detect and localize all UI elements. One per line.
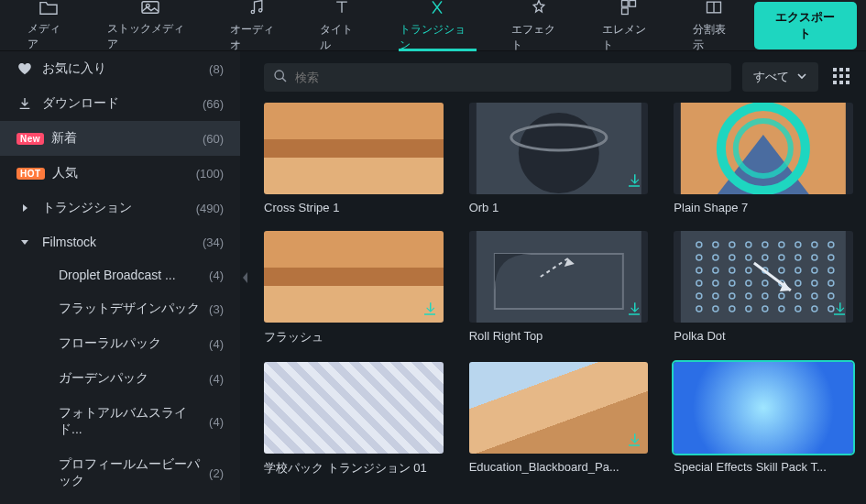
- card-title: Orb 1: [469, 201, 649, 214]
- transition-grid: Cross Stripe 1Orb 1Plain Shape 7フラッシュRol…: [251, 103, 866, 504]
- sidebar-item-count: (2): [209, 466, 224, 480]
- sidebar-subitem[interactable]: Droplet Broadcast ...(4): [0, 258, 240, 291]
- download-icon: [626, 301, 642, 317]
- transition-card[interactable]: Plain Shape 7: [674, 103, 853, 214]
- toolbar: すべて: [251, 51, 866, 103]
- nav-element[interactable]: エレメント: [584, 0, 674, 51]
- sidebar-item-count: (4): [209, 337, 224, 351]
- audio-icon: [247, 0, 266, 22]
- download-icon: [626, 172, 642, 189]
- svg-point-2: [251, 10, 254, 13]
- transition-card[interactable]: Roll Right Top: [469, 231, 649, 345]
- sidebar: お気に入り(8)ダウンロード(66)New新着(60)HOT人気(100)トラン…: [0, 51, 240, 504]
- sidebar-subitem[interactable]: プロフィールムービーパック(2): [0, 447, 240, 499]
- nav-label: メディア: [27, 21, 71, 52]
- svg-rect-4: [622, 0, 629, 6]
- panel-resize-handle[interactable]: [240, 51, 251, 504]
- sidebar-item-label: Droplet Broadcast ...: [59, 268, 209, 282]
- card-title: Roll Right Top: [469, 329, 649, 343]
- sidebar-item-label: フォトアルバムスライド...: [59, 405, 209, 438]
- badge-new: New: [16, 133, 44, 145]
- thumbnail: [469, 231, 649, 323]
- transition-card[interactable]: Education_Blackboard_Pa...: [469, 362, 649, 477]
- top-navbar: メディアストックメディアオーディオタイトルトランジションエフェクトエレメント分割…: [0, 0, 866, 51]
- transition-card[interactable]: Polka Dot: [674, 231, 853, 345]
- sidebar-item[interactable]: New新着(60): [0, 121, 240, 156]
- search-box[interactable]: [264, 63, 731, 92]
- thumbnail: [674, 231, 853, 323]
- nav-label: 分割表示: [693, 22, 736, 53]
- card-title: Education_Blackboard_Pa...: [469, 460, 649, 474]
- nav-transition[interactable]: トランジション: [381, 0, 493, 51]
- nav-label: ストックメディア: [107, 21, 193, 52]
- download-icon: [626, 432, 642, 448]
- svg-point-9: [275, 71, 283, 79]
- thumbnail: [469, 362, 649, 454]
- sidebar-subitem[interactable]: フォトアルバムスライド...(4): [0, 396, 240, 447]
- sidebar-subitem[interactable]: ガーデンパック(4): [0, 361, 240, 396]
- thumbnail: [264, 362, 444, 454]
- transition-card[interactable]: Cross Stripe 1: [264, 103, 444, 214]
- sidebar-item-count: (4): [209, 268, 224, 282]
- sidebar-item-count: (490): [196, 202, 224, 215]
- heart-icon: [16, 61, 33, 76]
- chevron-down-icon: [796, 71, 807, 84]
- sidebar-item-label: 新着: [51, 130, 203, 147]
- transition-card[interactable]: Orb 1: [469, 103, 649, 214]
- nav-title[interactable]: タイトル: [301, 0, 381, 51]
- element-icon: [619, 0, 638, 22]
- nav-media[interactable]: メディア: [9, 0, 89, 51]
- sidebar-item[interactable]: トランジション(490): [0, 191, 240, 225]
- thumbnail: [674, 103, 853, 194]
- svg-line-10: [282, 78, 286, 82]
- sidebar-item[interactable]: お気に入り(8): [0, 51, 240, 86]
- svg-rect-5: [630, 0, 636, 6]
- svg-rect-19: [846, 81, 850, 84]
- svg-rect-17: [833, 81, 837, 84]
- thumbnail: [264, 103, 444, 194]
- card-title: Cross Stripe 1: [264, 201, 444, 214]
- media-icon: [38, 0, 59, 21]
- sidebar-item-count: (60): [203, 132, 224, 146]
- svg-rect-29: [681, 231, 846, 323]
- nav-effect[interactable]: エフェクト: [493, 0, 584, 51]
- svg-rect-15: [839, 74, 843, 78]
- sidebar-item-label: ガーデンパック: [59, 370, 209, 387]
- search-input[interactable]: [295, 71, 722, 84]
- transition-card[interactable]: フラッシュ: [264, 231, 444, 345]
- nav-split[interactable]: 分割表示: [674, 0, 754, 51]
- nav-label: トランジション: [400, 22, 475, 53]
- nav-label: エフェクト: [511, 22, 565, 53]
- sidebar-item-label: お気に入り: [42, 60, 209, 77]
- sidebar-subitem[interactable]: フローラルパック(4): [0, 326, 240, 361]
- export-button[interactable]: エクスポート: [754, 2, 857, 49]
- sidebar-item-label: Filmstock: [42, 235, 203, 249]
- nav-label: タイトル: [320, 22, 363, 53]
- caret-down-icon: [16, 237, 33, 247]
- card-title: 学校パック トランジション 01: [264, 460, 444, 477]
- svg-rect-16: [846, 74, 850, 78]
- nav-label: エレメント: [602, 22, 656, 53]
- filter-label: すべて: [753, 69, 789, 85]
- sidebar-item-label: フローラルパック: [59, 335, 209, 352]
- sidebar-item-label: 人気: [52, 165, 196, 181]
- sidebar-item[interactable]: HOT人気(100): [0, 156, 240, 191]
- sidebar-item-label: ダウンロード: [42, 95, 203, 112]
- nav-label: オーディオ: [230, 22, 284, 53]
- nav-stock[interactable]: ストックメディア: [89, 0, 212, 51]
- card-title: フラッシュ: [264, 329, 444, 345]
- sidebar-subitem[interactable]: フラットデザインパック(3): [0, 291, 240, 326]
- download-icon: [422, 301, 438, 317]
- svg-rect-0: [142, 1, 159, 13]
- svg-rect-13: [846, 68, 850, 71]
- grid-view-button[interactable]: [829, 64, 853, 91]
- transition-card[interactable]: 学校パック トランジション 01: [264, 362, 444, 477]
- sidebar-item[interactable]: Filmstock(34): [0, 225, 240, 258]
- sidebar-item[interactable]: ダウンロード(66): [0, 86, 240, 121]
- nav-audio[interactable]: オーディオ: [212, 0, 302, 51]
- filter-dropdown[interactable]: すべて: [742, 62, 818, 92]
- svg-rect-12: [839, 68, 843, 71]
- transition-card[interactable]: Special Effects Skill Pack T...: [674, 362, 853, 477]
- svg-rect-6: [622, 7, 629, 14]
- svg-rect-14: [833, 74, 837, 78]
